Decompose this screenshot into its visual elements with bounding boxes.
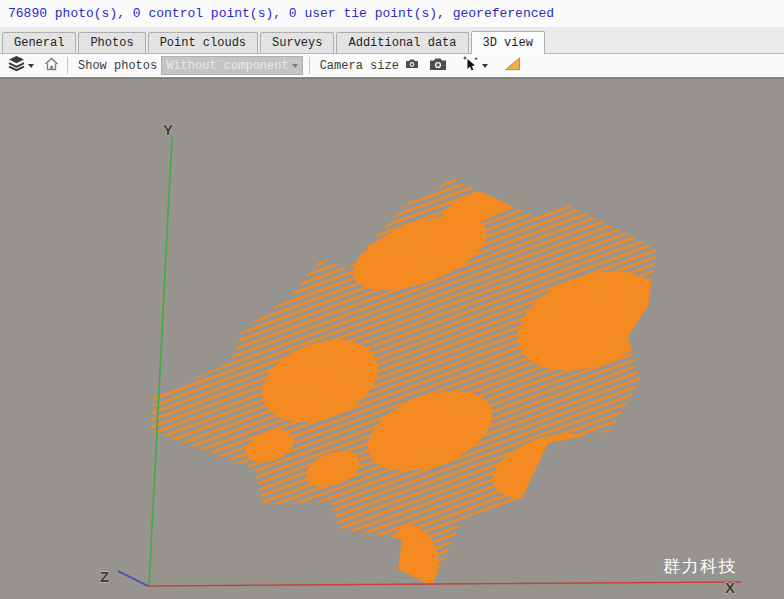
z-axis-label: Z bbox=[100, 568, 109, 585]
camera-size-label: Camera size bbox=[316, 59, 403, 73]
smart-select-button[interactable] bbox=[461, 54, 490, 77]
project-summary-text: 76890 photo(s), 0 control point(s), 0 us… bbox=[8, 6, 554, 21]
toolbar-separator bbox=[309, 57, 310, 74]
3d-scene[interactable]: XYZ群力科技 bbox=[0, 79, 784, 599]
toolbar-separator bbox=[67, 57, 68, 74]
measure-button[interactable] bbox=[502, 55, 523, 77]
tab-strip: General Photos Point clouds Surveys Addi… bbox=[0, 27, 784, 54]
status-bar: 76890 photo(s), 0 control point(s), 0 us… bbox=[0, 0, 784, 27]
tab-point-clouds[interactable]: Point clouds bbox=[148, 32, 258, 53]
component-filter-value: Without component bbox=[166, 59, 288, 73]
tab-3d-view[interactable]: 3D view bbox=[471, 31, 545, 54]
home-icon bbox=[44, 57, 59, 75]
camera-large-icon bbox=[429, 57, 447, 75]
vendor-watermark: 群力科技 bbox=[663, 556, 737, 576]
component-filter-dropdown[interactable]: Without component bbox=[161, 56, 302, 75]
x-axis-label: X bbox=[725, 579, 735, 596]
tab-additional-data[interactable]: Additional data bbox=[336, 32, 468, 53]
camera-small-icon bbox=[405, 58, 419, 73]
y-axis-label: Y bbox=[163, 121, 173, 138]
home-view-button[interactable] bbox=[42, 55, 61, 77]
tab-surveys[interactable]: Surveys bbox=[260, 32, 334, 53]
chevron-down-icon bbox=[28, 64, 34, 68]
chevron-down-icon bbox=[482, 64, 488, 68]
layers-menu-button[interactable] bbox=[6, 54, 36, 77]
tab-general[interactable]: General bbox=[2, 32, 76, 53]
toolbar: Show photos Without component Camera siz… bbox=[0, 54, 784, 78]
show-photos-label: Show photos bbox=[74, 59, 161, 73]
increase-camera-size-button[interactable] bbox=[427, 55, 449, 77]
layers-icon bbox=[8, 56, 25, 75]
smart-select-icon bbox=[463, 56, 479, 75]
measure-triangle-icon bbox=[504, 57, 521, 75]
3d-viewport[interactable]: XYZ群力科技 bbox=[0, 78, 784, 599]
tab-photos[interactable]: Photos bbox=[78, 32, 145, 53]
chevron-down-icon bbox=[292, 64, 298, 68]
decrease-camera-size-button[interactable] bbox=[403, 56, 421, 75]
